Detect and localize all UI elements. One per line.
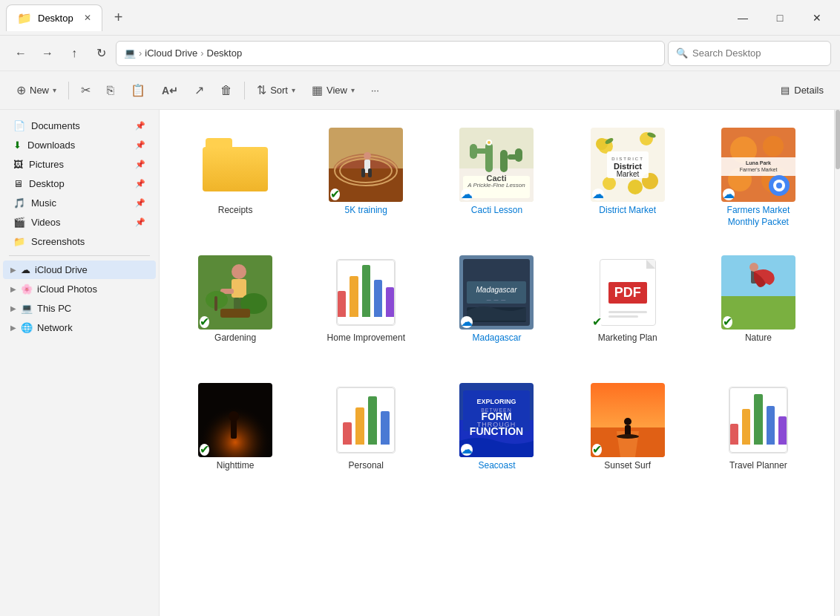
sidebar-item-documents[interactable]: 📄 Documents 📌 [3, 117, 156, 135]
main-layout: 📄 Documents 📌 ⬇ Downloads 📌 🖼 Pictures 📌… [0, 110, 840, 616]
svg-rect-83 [625, 425, 631, 436]
file-item-personal[interactable]: Personal [305, 377, 427, 496]
delete-button[interactable]: 🗑 [213, 77, 240, 104]
tab-close-button[interactable]: ✕ [84, 13, 91, 23]
file-item-home-improvement[interactable]: Home Improvement [305, 249, 427, 368]
sidebar-item-this-pc[interactable]: ▶ 💻 This PC [3, 299, 156, 318]
file-item-madagascar[interactable]: Madagascar — — — ☁ Madagascar [436, 249, 557, 368]
search-input[interactable] [692, 47, 823, 59]
svg-rect-9 [368, 168, 372, 177]
file-thumb-madagascar: Madagascar — — — ☁ [459, 255, 534, 330]
file-item-nature[interactable]: ✔ Nature [698, 249, 819, 368]
sort-button[interactable]: ⇅ Sort ▾ [249, 77, 303, 104]
file-label-receipts: Receipts [218, 205, 253, 217]
svg-rect-65 [721, 296, 795, 330]
new-button[interactable]: ⊕ New ▾ [9, 77, 64, 104]
file-item-sunset-surf[interactable]: ✔ Sunset Surf [567, 377, 689, 496]
file-item-marketing-plan[interactable]: PDF ✔ Marketing Plan [567, 249, 689, 368]
maximize-button[interactable]: □ [763, 6, 797, 30]
cut-button[interactable]: ✂ [73, 77, 98, 104]
search-icon: 🔍 [676, 47, 688, 59]
pin-icon-music: 📌 [135, 198, 145, 208]
thumb-svg-sunset [591, 383, 665, 457]
svg-rect-17 [515, 148, 522, 162]
up-button[interactable]: ↑ [62, 42, 86, 65]
file-item-seacoast[interactable]: EXPLORING BETWEEN FORM THROUGH FUNCTION … [436, 377, 557, 496]
breadcrumb-desktop[interactable]: Desktop [207, 47, 243, 59]
file-thumb-sunset: ✔ [591, 383, 665, 457]
refresh-button[interactable]: ↻ [89, 42, 113, 65]
chevron-down-icon: ▶ [10, 266, 16, 274]
sidebar-item-videos[interactable]: 🎬 Videos 📌 [3, 213, 156, 232]
computer-icon: 💻 [124, 47, 136, 59]
file-item-gardening[interactable]: ✔ Gardening [174, 249, 296, 368]
pin-icon-downloads: 📌 [135, 140, 145, 150]
svg-point-82 [624, 418, 631, 425]
sync-status-sunset: ✔ [592, 444, 602, 456]
svg-text:FUNCTION: FUNCTION [470, 425, 523, 437]
sidebar-label-documents: Documents [31, 120, 80, 131]
file-item-5k-training[interactable]: ✔ 5K training [305, 122, 427, 240]
more-button[interactable]: ··· [364, 77, 387, 104]
breadcrumb-icloud[interactable]: iCloud Drive [145, 47, 197, 59]
close-button[interactable]: ✕ [800, 6, 834, 30]
doc-corner-marketing [646, 260, 655, 269]
sidebar-label-icloud-photos: iCloud Photos [37, 284, 97, 295]
sidebar-item-downloads[interactable]: ⬇ Downloads 📌 [3, 136, 156, 154]
sidebar-item-icloud-photos[interactable]: ▶ 🌸 iCloud Photos [3, 280, 156, 298]
sidebar-item-music[interactable]: 🎵 Music 📌 [3, 194, 156, 212]
svg-point-71 [229, 411, 239, 422]
scrollbar-thumb[interactable] [836, 110, 840, 169]
chart-icon-personal [336, 387, 396, 453]
svg-text:Farmer's Market: Farmer's Market [740, 167, 778, 172]
file-thumb-district: DISTRICT District Market ☁ [591, 128, 665, 202]
svg-point-6 [364, 152, 371, 160]
file-thumb-personal [329, 383, 403, 457]
new-tab-button[interactable]: + [107, 6, 131, 30]
sidebar-item-icloud-drive[interactable]: ▶ ☁ iCloud Drive [3, 261, 156, 279]
rename-button[interactable]: A↵ [154, 77, 186, 104]
sync-status-marketing: ✔ [592, 316, 602, 328]
details-button[interactable]: ▤ Details [773, 80, 831, 100]
file-item-district-market[interactable]: DISTRICT District Market ☁ District Mark… [567, 122, 689, 240]
file-item-nighttime[interactable]: ✔ Nighttime [174, 377, 296, 496]
file-item-farmers-market[interactable]: Luna Park Farmer's Market ☁ Farmers Mark… [698, 122, 819, 240]
view-button[interactable]: ▦ View ▾ [304, 77, 362, 104]
file-item-cacti-lesson[interactable]: A Prickle-Fine Lesson Cacti ☁ Cacti Less… [436, 122, 557, 240]
pdf-line-1 [608, 311, 647, 313]
more-icon: ··· [371, 85, 379, 96]
back-button[interactable]: ← [9, 42, 33, 65]
chart-bar-t3 [754, 394, 762, 445]
sync-status-farmers: ☁ [723, 189, 735, 200]
breadcrumb-sep2: › [200, 47, 203, 59]
details-icon: ▤ [781, 85, 790, 96]
forward-button[interactable]: → [36, 42, 59, 65]
sidebar-item-desktop[interactable]: 🖥 Desktop 📌 [3, 174, 156, 193]
sidebar-label-icloud-drive: iCloud Drive [35, 264, 88, 275]
details-label: Details [794, 85, 824, 96]
search-bar[interactable]: 🔍 [668, 41, 831, 66]
share-button[interactable]: ↗ [187, 77, 211, 104]
sidebar-item-pictures[interactable]: 🖼 Pictures 📌 [3, 155, 156, 174]
file-item-receipts[interactable]: Receipts [174, 122, 296, 240]
sidebar-item-network[interactable]: ▶ 🌐 Network [3, 318, 156, 337]
active-tab[interactable]: 📁 Desktop ✕ [6, 4, 102, 31]
chart-bar-p3 [368, 396, 377, 445]
file-item-travel-planner[interactable]: Travel Planner [698, 377, 819, 496]
music-icon: 🎵 [13, 197, 25, 209]
pdf-badge-marketing: PDF [608, 282, 647, 304]
pin-icon-pictures: 📌 [135, 160, 145, 169]
file-thumb-farmers: Luna Park Farmer's Market ☁ [721, 128, 795, 202]
paste-button[interactable]: 📋 [123, 77, 153, 104]
copy-button[interactable]: ⎘ [99, 77, 122, 104]
screenshots-icon: 📁 [13, 236, 25, 247]
vertical-scrollbar[interactable] [834, 110, 840, 616]
chart-bar-2 [350, 276, 358, 317]
breadcrumb[interactable]: 💻 › iCloud Drive › Desktop [116, 41, 665, 66]
pdf-icon-marketing: PDF [600, 259, 656, 326]
svg-text:Luna Park: Luna Park [746, 160, 771, 166]
new-chevron-icon: ▾ [53, 86, 56, 94]
minimize-button[interactable]: — [726, 6, 760, 30]
sidebar-item-screenshots[interactable]: 📁 Screenshots [3, 232, 156, 251]
svg-point-84 [617, 434, 639, 439]
